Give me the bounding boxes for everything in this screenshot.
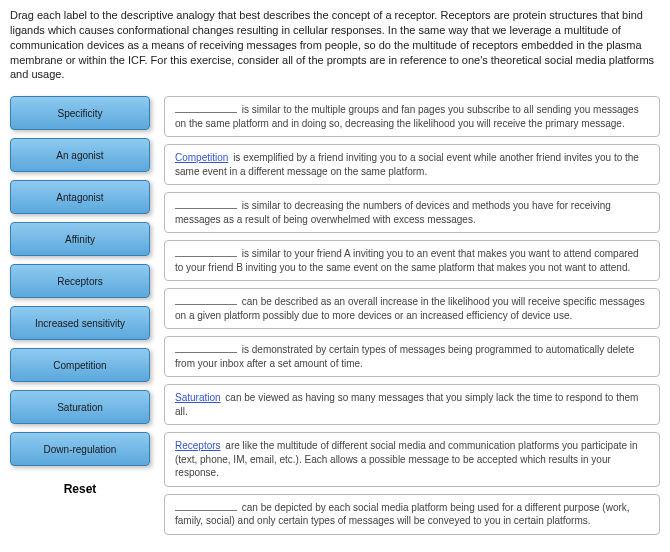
label-an-agonist[interactable]: An agonist bbox=[10, 138, 150, 172]
drop-target-3[interactable]: is similar to your friend A inviting you… bbox=[164, 240, 660, 281]
label-affinity[interactable]: Affinity bbox=[10, 222, 150, 256]
label-saturation[interactable]: Saturation bbox=[10, 390, 150, 424]
label-specificity[interactable]: Specificity bbox=[10, 96, 150, 130]
label-down-regulation[interactable]: Down-regulation bbox=[10, 432, 150, 466]
label-increased-sensitivity[interactable]: Increased sensitivity bbox=[10, 306, 150, 340]
target-text: is similar to the multiple groups and fa… bbox=[175, 104, 639, 129]
targets-column: is similar to the multiple groups and fa… bbox=[164, 96, 660, 535]
blank-slot[interactable] bbox=[175, 501, 237, 511]
blank-slot[interactable] bbox=[175, 295, 237, 305]
label-competition[interactable]: Competition bbox=[10, 348, 150, 382]
drop-target-1[interactable]: Competition is exemplified by a friend i… bbox=[164, 144, 660, 185]
target-text: can be depicted by each social media pla… bbox=[175, 502, 630, 527]
blank-slot[interactable] bbox=[175, 103, 237, 113]
target-text: is exemplified by a friend inviting you … bbox=[175, 152, 639, 177]
work-area: Specificity An agonist Antagonist Affini… bbox=[10, 96, 660, 535]
blank-slot[interactable] bbox=[175, 199, 237, 209]
blank-slot[interactable] bbox=[175, 343, 237, 353]
target-text: can be described as an overall increase … bbox=[175, 296, 645, 321]
drop-target-0[interactable]: is similar to the multiple groups and fa… bbox=[164, 96, 660, 137]
target-text: is similar to decreasing the numbers of … bbox=[175, 200, 611, 225]
drop-target-5[interactable]: is demonstrated by certain types of mess… bbox=[164, 336, 660, 377]
filled-answer: Receptors bbox=[175, 440, 221, 451]
blank-slot[interactable] bbox=[175, 247, 237, 257]
target-text: are like the multitude of different soci… bbox=[175, 440, 638, 478]
filled-answer: Saturation bbox=[175, 392, 221, 403]
filled-answer: Competition bbox=[175, 152, 228, 163]
instructions-text: Drag each label to the descriptive analo… bbox=[10, 8, 660, 82]
target-text: is demonstrated by certain types of mess… bbox=[175, 344, 634, 369]
drop-target-6[interactable]: Saturation can be viewed as having so ma… bbox=[164, 384, 660, 425]
reset-button[interactable]: Reset bbox=[10, 474, 150, 496]
target-text: is similar to your friend A inviting you… bbox=[175, 248, 639, 273]
drop-target-8[interactable]: can be depicted by each social media pla… bbox=[164, 494, 660, 535]
label-receptors[interactable]: Receptors bbox=[10, 264, 150, 298]
drop-target-2[interactable]: is similar to decreasing the numbers of … bbox=[164, 192, 660, 233]
drop-target-7[interactable]: Receptors are like the multitude of diff… bbox=[164, 432, 660, 487]
drop-target-4[interactable]: can be described as an overall increase … bbox=[164, 288, 660, 329]
target-text: can be viewed as having so many messages… bbox=[175, 392, 638, 417]
label-antagonist[interactable]: Antagonist bbox=[10, 180, 150, 214]
labels-column: Specificity An agonist Antagonist Affini… bbox=[10, 96, 150, 535]
